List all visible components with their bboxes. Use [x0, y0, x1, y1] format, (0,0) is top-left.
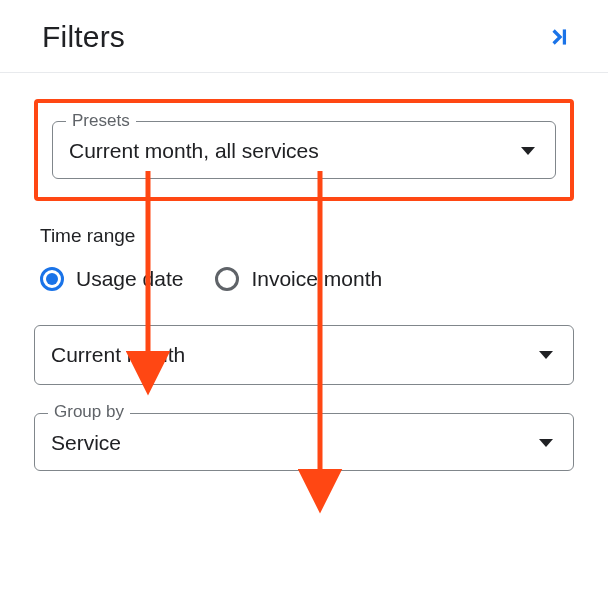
group-by-field: Group by Service	[34, 413, 574, 471]
chevron-down-icon	[539, 351, 553, 359]
presets-field: Presets Current month, all services	[52, 121, 556, 179]
chevron-down-icon	[539, 439, 553, 447]
radio-unselected-icon	[215, 267, 239, 291]
presets-value: Current month, all services	[69, 139, 319, 163]
presets-highlight-annotation: Presets Current month, all services	[34, 99, 574, 201]
time-range-label: Time range	[40, 225, 568, 247]
time-period-value: Current month	[51, 343, 185, 367]
filters-content: Presets Current month, all services Time…	[0, 73, 608, 471]
group-by-label: Group by	[48, 402, 130, 422]
filters-header: Filters	[0, 0, 608, 73]
time-range-radio-group: Usage date Invoice month	[40, 267, 568, 291]
chevron-down-icon	[521, 147, 535, 155]
radio-invoice-label: Invoice month	[251, 267, 382, 291]
group-by-value: Service	[51, 431, 121, 455]
radio-usage-label: Usage date	[76, 267, 183, 291]
radio-usage-date[interactable]: Usage date	[40, 267, 183, 291]
page-title: Filters	[42, 20, 125, 54]
time-period-select[interactable]: Current month	[34, 325, 574, 385]
radio-selected-icon	[40, 267, 64, 291]
presets-label: Presets	[66, 111, 136, 131]
collapse-panel-icon[interactable]	[546, 24, 572, 50]
radio-invoice-month[interactable]: Invoice month	[215, 267, 382, 291]
